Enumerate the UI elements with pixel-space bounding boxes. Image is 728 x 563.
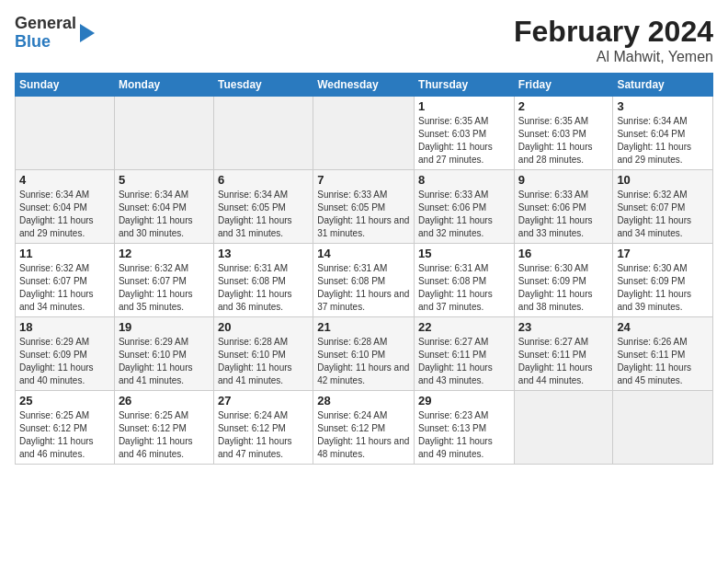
day-detail: Sunrise: 6:34 AM Sunset: 6:05 PM Dayligh… [218, 189, 309, 240]
day-number: 11 [19, 247, 110, 260]
day-detail: Sunrise: 6:30 AM Sunset: 6:09 PM Dayligh… [518, 262, 609, 314]
day-detail: Sunrise: 6:35 AM Sunset: 6:03 PM Dayligh… [518, 115, 609, 167]
calendar-cell: 26Sunrise: 6:25 AM Sunset: 6:12 PM Dayli… [114, 391, 213, 465]
day-number: 21 [317, 320, 410, 334]
calendar-cell [613, 391, 713, 465]
day-number: 26 [119, 394, 210, 408]
calendar-cell: 3Sunrise: 6:34 AM Sunset: 6:04 PM Daylig… [613, 97, 713, 170]
calendar-cell: 18Sunrise: 6:29 AM Sunset: 6:09 PM Dayli… [16, 317, 115, 391]
day-number: 27 [218, 394, 309, 408]
day-number: 16 [518, 247, 609, 260]
weekday-header-thursday: Thursday [415, 74, 515, 97]
day-number: 13 [218, 247, 309, 260]
day-number: 24 [617, 320, 709, 334]
day-detail: Sunrise: 6:27 AM Sunset: 6:11 PM Dayligh… [518, 336, 609, 387]
day-number: 3 [617, 99, 709, 113]
calendar-week-row: 4Sunrise: 6:34 AM Sunset: 6:04 PM Daylig… [16, 170, 713, 244]
weekday-header-monday: Monday [114, 74, 213, 97]
day-number: 12 [119, 247, 210, 260]
calendar-cell: 20Sunrise: 6:28 AM Sunset: 6:10 PM Dayli… [213, 317, 313, 391]
day-detail: Sunrise: 6:25 AM Sunset: 6:12 PM Dayligh… [119, 409, 210, 461]
calendar-cell: 21Sunrise: 6:28 AM Sunset: 6:10 PM Dayli… [313, 317, 415, 391]
calendar-table: SundayMondayTuesdayWednesdayThursdayFrid… [15, 73, 713, 465]
calendar-week-row: 1Sunrise: 6:35 AM Sunset: 6:03 PM Daylig… [16, 97, 713, 170]
day-number: 7 [317, 173, 410, 187]
day-detail: Sunrise: 6:33 AM Sunset: 6:06 PM Dayligh… [518, 189, 609, 240]
day-number: 6 [218, 173, 309, 187]
weekday-header-tuesday: Tuesday [213, 74, 313, 97]
day-detail: Sunrise: 6:24 AM Sunset: 6:12 PM Dayligh… [218, 409, 309, 461]
day-detail: Sunrise: 6:32 AM Sunset: 6:07 PM Dayligh… [119, 262, 210, 314]
calendar-location: Al Mahwit, Yemen [514, 49, 713, 65]
logo-general: General [15, 15, 76, 33]
day-detail: Sunrise: 6:34 AM Sunset: 6:04 PM Dayligh… [119, 189, 210, 240]
calendar-cell: 7Sunrise: 6:33 AM Sunset: 6:05 PM Daylig… [313, 170, 415, 244]
calendar-cell: 8Sunrise: 6:33 AM Sunset: 6:06 PM Daylig… [415, 170, 515, 244]
day-detail: Sunrise: 6:33 AM Sunset: 6:05 PM Dayligh… [317, 189, 410, 240]
day-number: 25 [19, 394, 110, 408]
day-detail: Sunrise: 6:32 AM Sunset: 6:07 PM Dayligh… [617, 189, 709, 240]
day-detail: Sunrise: 6:24 AM Sunset: 6:12 PM Dayligh… [317, 409, 410, 461]
calendar-week-row: 25Sunrise: 6:25 AM Sunset: 6:12 PM Dayli… [16, 391, 713, 465]
day-number: 15 [418, 247, 510, 260]
calendar-cell: 29Sunrise: 6:23 AM Sunset: 6:13 PM Dayli… [415, 391, 515, 465]
calendar-cell: 2Sunrise: 6:35 AM Sunset: 6:03 PM Daylig… [514, 97, 613, 170]
calendar-cell: 27Sunrise: 6:24 AM Sunset: 6:12 PM Dayli… [213, 391, 313, 465]
svg-marker-0 [80, 24, 95, 42]
calendar-cell: 6Sunrise: 6:34 AM Sunset: 6:05 PM Daylig… [213, 170, 313, 244]
calendar-week-row: 18Sunrise: 6:29 AM Sunset: 6:09 PM Dayli… [16, 317, 713, 391]
calendar-cell [313, 97, 415, 170]
logo-text: General Blue [15, 15, 76, 52]
calendar-cell: 28Sunrise: 6:24 AM Sunset: 6:12 PM Dayli… [313, 391, 415, 465]
day-number: 10 [617, 173, 709, 187]
calendar-cell [514, 391, 613, 465]
day-detail: Sunrise: 6:30 AM Sunset: 6:09 PM Dayligh… [617, 262, 709, 314]
day-number: 14 [317, 247, 410, 260]
logo: General Blue [15, 15, 97, 52]
weekday-header-saturday: Saturday [613, 74, 713, 97]
calendar-cell [114, 97, 213, 170]
logo-blue: Blue [15, 33, 76, 52]
day-detail: Sunrise: 6:33 AM Sunset: 6:06 PM Dayligh… [418, 189, 510, 240]
day-number: 29 [418, 394, 510, 408]
day-number: 9 [518, 173, 609, 187]
calendar-cell [16, 97, 115, 170]
calendar-cell: 5Sunrise: 6:34 AM Sunset: 6:04 PM Daylig… [114, 170, 213, 244]
day-number: 23 [518, 320, 609, 334]
calendar-cell: 4Sunrise: 6:34 AM Sunset: 6:04 PM Daylig… [16, 170, 115, 244]
calendar-cell: 15Sunrise: 6:31 AM Sunset: 6:08 PM Dayli… [415, 244, 515, 317]
day-detail: Sunrise: 6:27 AM Sunset: 6:11 PM Dayligh… [418, 336, 510, 387]
calendar-cell: 10Sunrise: 6:32 AM Sunset: 6:07 PM Dayli… [613, 170, 713, 244]
day-detail: Sunrise: 6:28 AM Sunset: 6:10 PM Dayligh… [317, 336, 410, 387]
calendar-cell: 11Sunrise: 6:32 AM Sunset: 6:07 PM Dayli… [16, 244, 115, 317]
day-detail: Sunrise: 6:28 AM Sunset: 6:10 PM Dayligh… [218, 336, 309, 387]
calendar-cell: 22Sunrise: 6:27 AM Sunset: 6:11 PM Dayli… [415, 317, 515, 391]
calendar-cell: 1Sunrise: 6:35 AM Sunset: 6:03 PM Daylig… [415, 97, 515, 170]
day-detail: Sunrise: 6:31 AM Sunset: 6:08 PM Dayligh… [317, 262, 410, 314]
day-detail: Sunrise: 6:29 AM Sunset: 6:09 PM Dayligh… [19, 336, 110, 387]
calendar-cell: 12Sunrise: 6:32 AM Sunset: 6:07 PM Dayli… [114, 244, 213, 317]
day-detail: Sunrise: 6:32 AM Sunset: 6:07 PM Dayligh… [19, 262, 110, 314]
day-number: 5 [119, 173, 210, 187]
calendar-title: February 2024 [514, 15, 713, 49]
calendar-cell: 19Sunrise: 6:29 AM Sunset: 6:10 PM Dayli… [114, 317, 213, 391]
calendar-cell: 9Sunrise: 6:33 AM Sunset: 6:06 PM Daylig… [514, 170, 613, 244]
day-detail: Sunrise: 6:34 AM Sunset: 6:04 PM Dayligh… [19, 189, 110, 240]
day-number: 17 [617, 247, 709, 260]
calendar-cell: 23Sunrise: 6:27 AM Sunset: 6:11 PM Dayli… [514, 317, 613, 391]
logo-icon [78, 22, 97, 44]
day-detail: Sunrise: 6:35 AM Sunset: 6:03 PM Dayligh… [418, 115, 510, 167]
day-detail: Sunrise: 6:23 AM Sunset: 6:13 PM Dayligh… [418, 409, 510, 461]
day-detail: Sunrise: 6:29 AM Sunset: 6:10 PM Dayligh… [119, 336, 210, 387]
weekday-header-sunday: Sunday [16, 74, 115, 97]
day-number: 28 [317, 394, 410, 408]
calendar-cell: 14Sunrise: 6:31 AM Sunset: 6:08 PM Dayli… [313, 244, 415, 317]
weekday-header-wednesday: Wednesday [313, 74, 415, 97]
day-number: 18 [19, 320, 110, 334]
calendar-cell: 13Sunrise: 6:31 AM Sunset: 6:08 PM Dayli… [213, 244, 313, 317]
calendar-cell: 24Sunrise: 6:26 AM Sunset: 6:11 PM Dayli… [613, 317, 713, 391]
day-number: 8 [418, 173, 510, 187]
day-detail: Sunrise: 6:25 AM Sunset: 6:12 PM Dayligh… [19, 409, 110, 461]
day-detail: Sunrise: 6:26 AM Sunset: 6:11 PM Dayligh… [617, 336, 709, 387]
day-detail: Sunrise: 6:31 AM Sunset: 6:08 PM Dayligh… [218, 262, 309, 314]
